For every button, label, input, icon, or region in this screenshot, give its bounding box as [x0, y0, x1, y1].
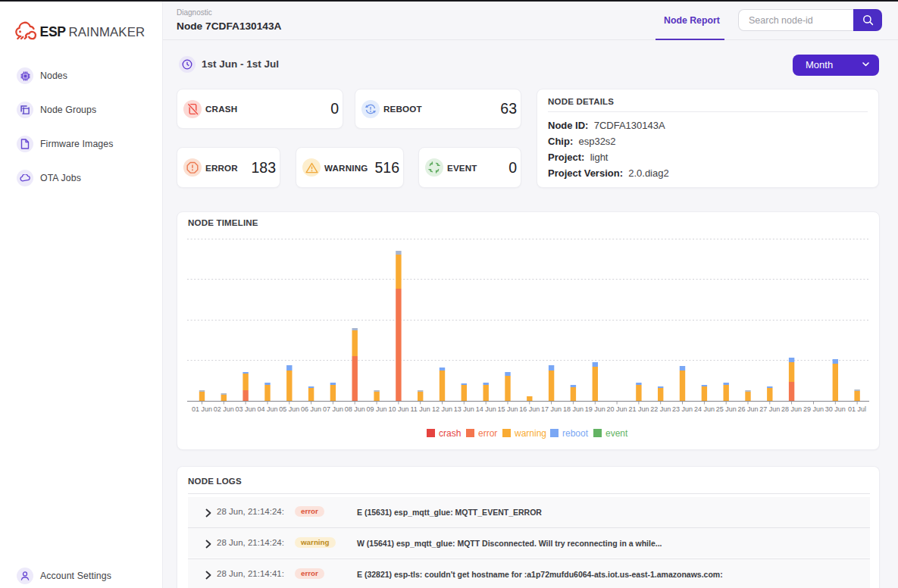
svg-text:26 Jun: 26 Jun	[737, 405, 758, 413]
svg-text:06 Jun: 06 Jun	[301, 405, 321, 413]
svg-text:error: error	[478, 428, 497, 439]
svg-text:11 Jun: 11 Jun	[411, 405, 430, 413]
svg-text:27 Jun: 27 Jun	[759, 405, 780, 413]
svg-text:19 Jun: 19 Jun	[585, 405, 605, 413]
svg-text:17 Jun: 17 Jun	[541, 405, 562, 413]
svg-text:16 Jun: 16 Jun	[519, 405, 540, 413]
svg-text:25 Jun: 25 Jun	[716, 405, 737, 413]
svg-text:crash: crash	[439, 428, 461, 439]
svg-text:20 Jun: 20 Jun	[607, 405, 627, 413]
svg-text:30 Jun: 30 Jun	[825, 405, 846, 413]
svg-text:28 Jun: 28 Jun	[781, 405, 802, 413]
svg-text:12 Jun: 12 Jun	[432, 405, 452, 413]
svg-text:10 Jun: 10 Jun	[388, 405, 408, 413]
svg-text:15 Jun: 15 Jun	[497, 405, 518, 413]
svg-text:01 Jun: 01 Jun	[192, 405, 212, 413]
svg-text:21 Jun: 21 Jun	[628, 405, 649, 413]
svg-text:01 Jul: 01 Jul	[848, 405, 866, 413]
svg-text:ESP: ESP	[40, 24, 67, 39]
svg-text:07 Jun: 07 Jun	[323, 405, 343, 413]
svg-text:23 Jun: 23 Jun	[672, 405, 693, 413]
svg-text:22 Jun: 22 Jun	[650, 405, 671, 413]
svg-text:warning: warning	[514, 428, 546, 439]
svg-text:RAINMAKER: RAINMAKER	[69, 25, 145, 39]
svg-text:13 Jun: 13 Jun	[454, 405, 474, 413]
svg-text:03 Jun: 03 Jun	[236, 405, 256, 413]
svg-text:02 Jun: 02 Jun	[214, 405, 234, 413]
svg-text:09 Jun: 09 Jun	[367, 405, 387, 413]
svg-text:04 Jun: 04 Jun	[257, 405, 277, 413]
svg-text:29 Jun: 29 Jun	[803, 405, 824, 413]
svg-text:08 Jun: 08 Jun	[345, 405, 365, 413]
svg-text:reboot: reboot	[562, 428, 589, 439]
svg-text:24 Jun: 24 Jun	[694, 405, 715, 413]
svg-text:18 Jun: 18 Jun	[563, 405, 584, 413]
svg-text:event: event	[605, 428, 628, 439]
svg-text:05 Jun: 05 Jun	[279, 405, 299, 413]
svg-text:14 Jun: 14 Jun	[476, 405, 496, 413]
